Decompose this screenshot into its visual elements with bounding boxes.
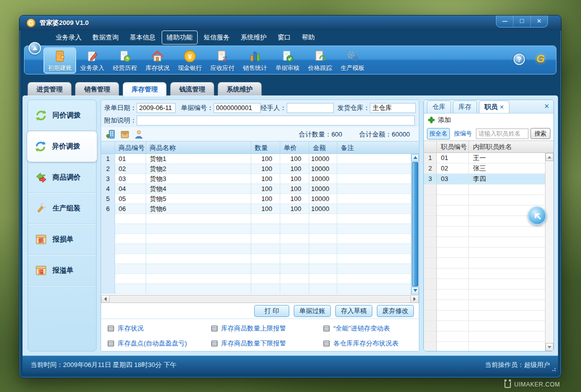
table-row[interactable] bbox=[101, 284, 411, 294]
button-废弃修改[interactable]: 废弃修改 bbox=[377, 305, 414, 317]
add-row[interactable]: 添加 bbox=[424, 114, 553, 126]
report-link-“全能”进销存变动表[interactable]: “全能”进销存变动表 bbox=[323, 324, 413, 333]
table-row[interactable]: 404货物410010010000 bbox=[101, 184, 411, 194]
table-row[interactable] bbox=[101, 224, 411, 234]
toolbar-item-应收应付[interactable]: 应收应付 bbox=[206, 48, 239, 74]
toolbar-item-初期建账[interactable]: 初期建账 bbox=[44, 48, 76, 74]
toolbar-item-生产模板[interactable]: 生产模板 bbox=[336, 48, 369, 74]
resize-grip-icon[interactable] bbox=[551, 366, 556, 372]
table-row[interactable] bbox=[101, 254, 411, 264]
table-row[interactable] bbox=[101, 214, 411, 224]
menu-item-窗口[interactable]: 窗口 bbox=[273, 30, 296, 44]
table-row[interactable] bbox=[101, 234, 411, 244]
scroll-down-button[interactable] bbox=[545, 343, 553, 351]
table-row[interactable] bbox=[101, 264, 411, 274]
table-row[interactable]: 505货物510010010000 bbox=[101, 194, 411, 204]
menu-item-帮助[interactable]: 帮助 bbox=[297, 30, 320, 44]
toolbar-item-经营历程[interactable]: 经营历程 bbox=[109, 48, 141, 74]
table-row[interactable] bbox=[101, 244, 411, 254]
filter-by-code-button[interactable]: 按编号 bbox=[452, 128, 474, 139]
report-link-库存状况[interactable]: 库存状况 bbox=[107, 324, 211, 333]
staff-row[interactable] bbox=[424, 226, 553, 237]
toolbar-item-库存状况[interactable]: 库存状况 bbox=[141, 48, 174, 74]
report-link-库存商品数量下限报警[interactable]: 库存商品数量下限报警 bbox=[211, 339, 323, 348]
box-icon[interactable] bbox=[120, 130, 130, 139]
field-agent-input[interactable] bbox=[287, 103, 334, 113]
menu-item-辅助功能[interactable]: 辅助功能 bbox=[162, 30, 198, 44]
tab-库存管理[interactable]: 库存管理 bbox=[123, 82, 167, 96]
scroll-up-button[interactable] bbox=[545, 153, 553, 161]
button-单据过账[interactable]: 单据过账 bbox=[294, 305, 331, 317]
horizontal-scrollbar[interactable] bbox=[101, 295, 419, 303]
table-row[interactable]: 202货物210010010000 bbox=[101, 164, 411, 174]
menu-item-系统维护[interactable]: 系统维护 bbox=[236, 30, 272, 44]
staff-row[interactable] bbox=[424, 268, 553, 279]
lookup-tab-库存[interactable]: 库存 bbox=[453, 100, 477, 113]
staff-row[interactable]: 101王一 bbox=[424, 153, 553, 164]
scroll-up-button[interactable] bbox=[411, 154, 419, 162]
sidebar-item-同价调拨[interactable]: 同价调拨 bbox=[28, 100, 96, 131]
staff-row[interactable] bbox=[424, 195, 553, 206]
staff-row[interactable]: 303李四 bbox=[424, 174, 553, 184]
staff-row[interactable] bbox=[424, 237, 553, 248]
vertical-scrollbar[interactable] bbox=[411, 154, 419, 294]
staff-row[interactable] bbox=[424, 184, 553, 195]
sidebar-item-报损单[interactable]: 损报损单 bbox=[28, 224, 96, 255]
panel-close-icon[interactable] bbox=[544, 102, 549, 110]
staff-row[interactable] bbox=[424, 258, 553, 268]
toolbar-item-单据审核[interactable]: 单据审核 bbox=[271, 48, 304, 74]
menu-item-短信服务[interactable]: 短信服务 bbox=[199, 30, 235, 44]
sidebar-item-异价调拨[interactable]: 异价调拨 bbox=[27, 131, 97, 162]
tab-close-icon[interactable] bbox=[499, 103, 504, 110]
staff-row[interactable] bbox=[424, 290, 553, 300]
tab-钱流管理[interactable]: 钱流管理 bbox=[170, 82, 214, 96]
filter-by-name-button[interactable]: 按全名 bbox=[427, 128, 450, 140]
menu-item-数据查询[interactable]: 数据查询 bbox=[88, 30, 124, 44]
toolbar-item-销售统计[interactable]: 销售统计 bbox=[239, 48, 271, 74]
staff-row[interactable] bbox=[424, 300, 553, 310]
toolbar-item-业务录入[interactable]: 业务录入 bbox=[76, 48, 109, 74]
table-row[interactable]: 101货物110010010000 bbox=[101, 154, 411, 164]
person-icon[interactable] bbox=[134, 130, 144, 139]
staff-row[interactable] bbox=[424, 248, 553, 258]
report-link-库存盘点(自动盘盈盘亏)[interactable]: 库存盘点(自动盘盈盘亏) bbox=[107, 339, 211, 348]
scroll-right-button[interactable] bbox=[410, 296, 418, 302]
staff-row[interactable] bbox=[424, 310, 553, 321]
button-存入草稿[interactable]: 存入草稿 bbox=[335, 305, 372, 317]
staff-row[interactable] bbox=[424, 321, 553, 332]
sidebar-item-商品调价[interactable]: 商品调价 bbox=[28, 162, 96, 193]
note-input[interactable] bbox=[137, 116, 415, 126]
staff-row[interactable] bbox=[424, 342, 553, 351]
staff-row[interactable] bbox=[424, 279, 553, 290]
toolbar-item-现金银行[interactable]: ¥现金银行 bbox=[174, 48, 206, 74]
lookup-tab-职员[interactable]: 职员 bbox=[479, 100, 509, 113]
minimize-button[interactable] bbox=[496, 16, 513, 27]
toolbar-item-价格跟踪[interactable]: 价格跟踪 bbox=[304, 48, 336, 74]
scrollbar-thumb[interactable] bbox=[412, 162, 418, 286]
company-icon[interactable] bbox=[106, 130, 116, 139]
search-input[interactable] bbox=[476, 128, 528, 139]
table-row[interactable]: 303货物310010010000 bbox=[101, 174, 411, 184]
close-button[interactable] bbox=[530, 16, 547, 27]
staff-scrollbar[interactable] bbox=[545, 153, 553, 351]
field-store-input[interactable] bbox=[370, 103, 416, 113]
report-link-各仓库库存分布状况表[interactable]: 各仓库库存分布状况表 bbox=[323, 339, 413, 348]
scroll-down-button[interactable] bbox=[411, 287, 419, 294]
field-code-input[interactable] bbox=[214, 103, 261, 113]
tab-进货管理[interactable]: 进货管理 bbox=[28, 82, 72, 96]
staff-row[interactable] bbox=[424, 332, 553, 342]
lookup-tab-仓库[interactable]: 仓库 bbox=[427, 100, 451, 113]
sidebar-item-生产组装[interactable]: 生产组装 bbox=[28, 193, 96, 224]
staff-row[interactable]: 202张三 bbox=[424, 164, 553, 174]
table-row[interactable] bbox=[101, 274, 411, 284]
sidebar-item-报溢单[interactable]: 溢报溢单 bbox=[28, 255, 96, 286]
maximize-button[interactable] bbox=[513, 16, 530, 27]
table-row[interactable]: 606货物610010010000 bbox=[101, 204, 411, 214]
menu-item-业务录入[interactable]: 业务录入 bbox=[51, 30, 87, 44]
menu-item-基本信息[interactable]: 基本信息 bbox=[125, 30, 161, 44]
button-打印[interactable]: 打 印 bbox=[254, 305, 289, 317]
report-link-库存商品数量上限报警[interactable]: 库存商品数量上限报警 bbox=[211, 324, 323, 333]
help-icon[interactable] bbox=[513, 54, 525, 65]
search-button[interactable]: 搜索 bbox=[530, 128, 550, 139]
field-date-input[interactable] bbox=[137, 103, 176, 113]
